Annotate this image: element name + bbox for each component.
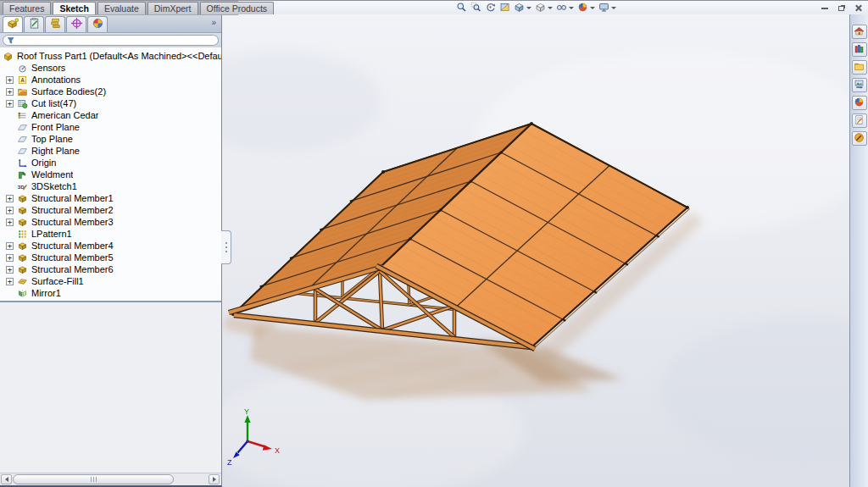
edit-appearance-button[interactable] <box>576 2 597 14</box>
expand-toggle[interactable]: + <box>6 278 14 285</box>
scroll-right-arrow[interactable] <box>209 474 220 484</box>
view-orientation-button[interactable] <box>512 2 533 14</box>
expand-toggle[interactable]: + <box>6 266 14 274</box>
file-explorer-button[interactable] <box>852 60 867 75</box>
tree-item-weldment[interactable]: Weldment <box>0 169 221 180</box>
heads-up-view-toolbar <box>454 2 618 14</box>
zoom-to-area-button[interactable] <box>469 2 483 14</box>
expand-toggle[interactable]: + <box>6 88 14 96</box>
ribbon-tab-office-products[interactable]: Office Products <box>200 2 275 14</box>
view-palette-button[interactable] <box>852 78 867 92</box>
tree-item-structural-member2[interactable]: +Structural Member2 <box>0 204 221 216</box>
rotate-view-button[interactable] <box>483 2 498 14</box>
section-view-button[interactable] <box>498 2 512 14</box>
display-style-button[interactable] <box>533 2 554 14</box>
feature-tree-filter-input[interactable] <box>3 35 219 46</box>
dropdown-caret-icon[interactable] <box>611 7 616 9</box>
ribbon-tab-sketch[interactable]: Sketch <box>53 2 95 14</box>
tree-item-top-plane[interactable]: Top Plane <box>0 133 221 145</box>
ribbon-tab-evaluate[interactable]: Evaluate <box>97 2 146 14</box>
feature-tree: Roof Truss Part1 (Default<As Machined><<… <box>0 47 221 301</box>
top-toolbar-strip: FeaturesSketchEvaluateDimXpertOffice Pro… <box>0 0 868 14</box>
dropdown-caret-icon[interactable] <box>569 7 574 9</box>
featuremanager-design-tree-tab[interactable] <box>3 16 23 32</box>
rotate-view-icon <box>485 1 496 16</box>
tree-root-item[interactable]: Roof Truss Part1 (Default<As Machined><<… <box>0 50 221 62</box>
ribbon-tab-dimxpert[interactable]: DimXpert <box>147 2 198 14</box>
plane-icon <box>16 133 28 145</box>
view-settings-button[interactable] <box>597 2 618 14</box>
restore-button[interactable] <box>836 3 847 13</box>
manager-tabs-overflow-button[interactable]: » <box>211 18 216 28</box>
document-checker-button[interactable] <box>852 131 867 146</box>
dimxpertmanager-tab[interactable] <box>66 16 86 32</box>
edit-appearance-icon <box>577 1 588 16</box>
plane-icon <box>16 145 28 157</box>
tree-item-label: Roof Truss Part1 (Default<As Machined><<… <box>17 51 221 61</box>
appearances-scenes-button[interactable] <box>852 96 867 110</box>
tree-item-structural-member1[interactable]: +Structural Member1 <box>0 192 221 204</box>
solidworks-resources-button[interactable] <box>852 25 867 39</box>
close-icon <box>854 4 862 12</box>
configurationmanager-tab[interactable] <box>45 16 65 32</box>
section-view-icon <box>499 1 510 16</box>
tree-item-surface-bodies-2-[interactable]: +Surface Bodies(2) <box>0 86 221 97</box>
design-library-button[interactable] <box>852 42 867 57</box>
configurationmanager-icon <box>49 17 62 33</box>
tree-item-structural-member3[interactable]: +Structural Member3 <box>0 216 221 228</box>
tree-item-american-cedar[interactable]: American Cedar <box>0 109 221 121</box>
surface-fill-icon <box>16 275 28 287</box>
propertymanager-tab[interactable] <box>24 16 44 32</box>
tree-item-lpattern1[interactable]: LPattern1 <box>0 228 221 240</box>
tree-item-surface-fill1[interactable]: +Surface-Fill1 <box>0 275 221 287</box>
panel-splitter-handle[interactable] <box>221 230 231 264</box>
tree-item-annotations[interactable]: +AAnnotations <box>0 74 221 86</box>
ribbon-tab-features[interactable]: Features <box>3 2 51 14</box>
tree-item-front-plane[interactable]: Front Plane <box>0 121 221 133</box>
expand-toggle[interactable]: + <box>6 76 14 84</box>
featuremanager-design-tree-icon <box>7 17 19 33</box>
scroll-left-arrow[interactable] <box>1 474 12 484</box>
expand-toggle[interactable]: + <box>6 242 14 250</box>
expand-toggle[interactable]: + <box>6 254 14 262</box>
tree-item-label: Cut list(47) <box>31 98 76 108</box>
structural-member-icon <box>16 216 28 228</box>
expand-toggle[interactable]: + <box>6 100 14 108</box>
mirror-icon <box>16 287 28 299</box>
minimize-button[interactable] <box>819 3 830 13</box>
svg-text:A: A <box>20 76 25 82</box>
close-button[interactable] <box>853 3 864 13</box>
filter-funnel-icon[interactable] <box>7 33 15 48</box>
solidworks-resources-icon <box>854 25 865 40</box>
tree-item-label: Front Plane <box>31 122 80 132</box>
tree-horizontal-scrollbar[interactable] <box>0 473 221 485</box>
tree-item-3dsketch1[interactable]: 3D3DSketch1 <box>0 180 221 192</box>
tree-item-label: Structural Member6 <box>31 264 114 274</box>
tree-item-structural-member4[interactable]: +Structural Member4 <box>0 240 221 252</box>
hide-show-items-icon <box>556 1 567 16</box>
window-controls <box>819 3 864 13</box>
dropdown-caret-icon[interactable] <box>548 7 553 9</box>
zoom-to-fit-button[interactable] <box>454 2 469 14</box>
tree-item-origin[interactable]: Origin <box>0 157 221 169</box>
tree-item-mirror1[interactable]: Mirror1 <box>0 287 221 299</box>
dropdown-caret-icon[interactable] <box>526 7 531 9</box>
displaymanager-tab[interactable] <box>87 16 108 32</box>
tree-item-cut-list-47-[interactable]: +Cut list(47) <box>0 97 221 109</box>
graphics-viewport[interactable]: Y X Z <box>222 0 849 487</box>
tree-item-structural-member5[interactable]: +Structural Member5 <box>0 252 221 263</box>
tree-item-sensors[interactable]: Sensors <box>0 62 221 74</box>
expand-toggle[interactable]: + <box>6 195 14 202</box>
tree-item-label: Structural Member1 <box>31 193 114 203</box>
expand-toggle[interactable]: + <box>6 219 14 226</box>
scroll-thumb[interactable] <box>13 474 174 484</box>
hide-show-items-button[interactable] <box>554 2 576 14</box>
tree-item-right-plane[interactable]: Right Plane <box>0 145 221 157</box>
expand-toggle[interactable]: + <box>6 207 14 214</box>
restore-icon <box>838 6 844 11</box>
propertymanager-icon <box>28 17 41 33</box>
tree-item-label: Structural Member2 <box>31 205 114 215</box>
dropdown-caret-icon[interactable] <box>590 7 595 9</box>
custom-properties-button[interactable] <box>852 113 867 128</box>
tree-item-structural-member6[interactable]: +Structural Member6 <box>0 263 221 275</box>
